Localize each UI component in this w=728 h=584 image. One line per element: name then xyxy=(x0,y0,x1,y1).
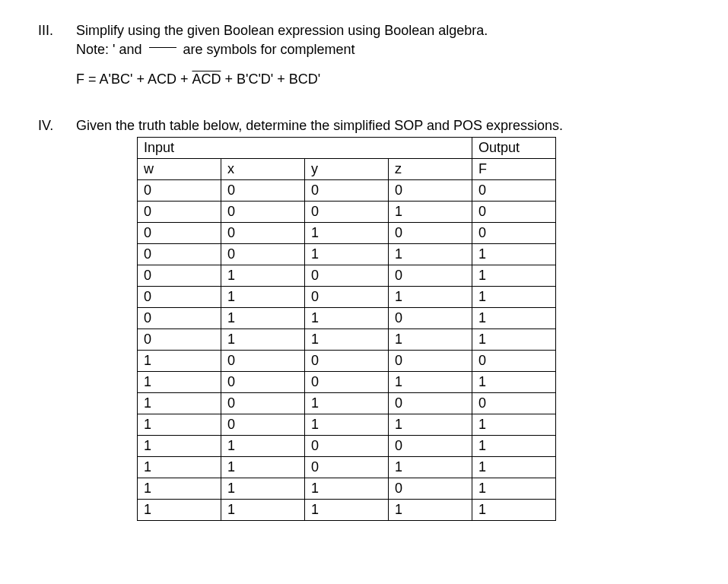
cell-f: 0 xyxy=(472,223,556,244)
cell-z: 1 xyxy=(389,414,472,436)
cell-w: 0 xyxy=(138,223,221,244)
cell-y: 1 xyxy=(305,393,389,414)
cell-x: 1 xyxy=(221,329,305,351)
cell-f: 1 xyxy=(472,436,556,457)
cell-z: 1 xyxy=(389,329,472,351)
cell-z: 0 xyxy=(389,223,472,244)
cell-x: 0 xyxy=(221,202,305,223)
section-iii-line1: Simplify using the given Boolean express… xyxy=(76,23,705,39)
section-iii-number: III. xyxy=(15,23,76,103)
cell-z: 0 xyxy=(389,478,472,500)
cell-w: 0 xyxy=(138,180,221,202)
cell-y: 1 xyxy=(305,329,389,351)
col-header-f: F xyxy=(472,159,556,180)
cell-f: 1 xyxy=(472,414,556,436)
section-iii-line2: Note: ' and are symbols for complement xyxy=(76,42,705,58)
cell-w: 0 xyxy=(138,265,221,287)
cell-y: 0 xyxy=(305,372,389,393)
cell-w: 1 xyxy=(138,414,221,436)
cell-x: 0 xyxy=(221,223,305,244)
overline-symbol-icon xyxy=(149,47,176,48)
cell-z: 0 xyxy=(389,265,472,287)
cell-f: 1 xyxy=(472,478,556,500)
cell-z: 0 xyxy=(389,436,472,457)
cell-f: 1 xyxy=(472,287,556,308)
cell-f: 1 xyxy=(472,244,556,265)
table-row: 00010 xyxy=(138,202,556,223)
cell-w: 1 xyxy=(138,478,221,500)
cell-w: 0 xyxy=(138,244,221,265)
header-output: Output xyxy=(472,138,556,159)
cell-y: 1 xyxy=(305,414,389,436)
eq-part1: F = A'BC' + ACD + xyxy=(76,71,192,87)
cell-x: 1 xyxy=(221,287,305,308)
cell-z: 0 xyxy=(389,393,472,414)
cell-z: 0 xyxy=(389,180,472,202)
table-row: 01011 xyxy=(138,287,556,308)
eq-overline-acd: ACD xyxy=(192,71,221,87)
cell-y: 1 xyxy=(305,478,389,500)
table-row: 00111 xyxy=(138,244,556,265)
note-suffix: are symbols for complement xyxy=(183,42,355,57)
cell-y: 0 xyxy=(305,351,389,372)
table-row: 00000 xyxy=(138,180,556,202)
section-iv: IV. Given the truth table below, determi… xyxy=(15,118,705,521)
cell-f: 1 xyxy=(472,500,556,521)
cell-f: 1 xyxy=(472,457,556,478)
cell-w: 0 xyxy=(138,287,221,308)
cell-y: 0 xyxy=(305,287,389,308)
cell-y: 0 xyxy=(305,180,389,202)
cell-y: 1 xyxy=(305,244,389,265)
cell-z: 1 xyxy=(389,500,472,521)
cell-f: 1 xyxy=(472,329,556,351)
cell-w: 1 xyxy=(138,393,221,414)
table-row: 01111 xyxy=(138,329,556,351)
section-iv-number: IV. xyxy=(15,118,76,521)
table-row: 11001 xyxy=(138,436,556,457)
cell-x: 1 xyxy=(221,478,305,500)
section-iii-body: Simplify using the given Boolean express… xyxy=(76,23,705,103)
col-header-z: z xyxy=(389,159,472,180)
table-row: 11111 xyxy=(138,500,556,521)
cell-w: 0 xyxy=(138,202,221,223)
cell-x: 0 xyxy=(221,244,305,265)
cell-z: 1 xyxy=(389,457,472,478)
cell-y: 1 xyxy=(305,308,389,329)
table-row: 00100 xyxy=(138,223,556,244)
col-header-y: y xyxy=(305,159,389,180)
cell-y: 0 xyxy=(305,457,389,478)
cell-y: 0 xyxy=(305,265,389,287)
cell-y: 0 xyxy=(305,202,389,223)
note-prefix: Note: ' and xyxy=(76,42,142,57)
header-input: Input xyxy=(138,138,472,159)
boolean-expression: F = A'BC' + ACD + ACD + B'C'D' + BCD' xyxy=(76,71,705,87)
cell-f: 1 xyxy=(472,372,556,393)
cell-w: 1 xyxy=(138,351,221,372)
cell-w: 1 xyxy=(138,436,221,457)
eq-part3: + B'C'D' + BCD' xyxy=(221,71,320,87)
cell-z: 1 xyxy=(389,202,472,223)
cell-f: 0 xyxy=(472,180,556,202)
cell-x: 0 xyxy=(221,351,305,372)
cell-w: 0 xyxy=(138,308,221,329)
cell-z: 0 xyxy=(389,351,472,372)
section-iv-body: Given the truth table below, determine t… xyxy=(76,118,705,521)
cell-z: 1 xyxy=(389,287,472,308)
cell-x: 0 xyxy=(221,372,305,393)
table-header-cols-row: w x y z F xyxy=(138,159,556,180)
table-row: 10100 xyxy=(138,393,556,414)
cell-f: 0 xyxy=(472,351,556,372)
cell-x: 0 xyxy=(221,414,305,436)
truth-table: Input Output w x y z F 00000000100010000… xyxy=(137,137,556,521)
cell-z: 1 xyxy=(389,244,472,265)
cell-f: 0 xyxy=(472,202,556,223)
table-row: 01001 xyxy=(138,265,556,287)
cell-x: 1 xyxy=(221,500,305,521)
cell-x: 1 xyxy=(221,457,305,478)
section-iii: III. Simplify using the given Boolean ex… xyxy=(15,23,705,103)
table-header-group-row: Input Output xyxy=(138,138,556,159)
cell-x: 1 xyxy=(221,436,305,457)
cell-f: 0 xyxy=(472,393,556,414)
cell-y: 0 xyxy=(305,436,389,457)
cell-f: 1 xyxy=(472,265,556,287)
